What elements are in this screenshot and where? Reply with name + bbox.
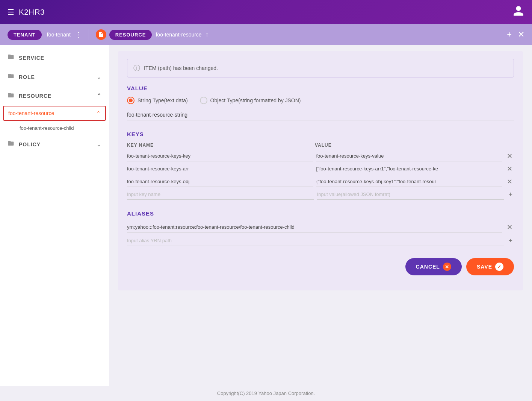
radio-object-circle <box>200 97 207 104</box>
separator <box>89 29 89 40</box>
radio-group: String Type(text data) Object Type(strin… <box>127 97 514 104</box>
aliases-section-title: ALIASES <box>127 210 514 217</box>
policy-folder-icon <box>8 140 14 149</box>
policy-label: POLICY <box>19 141 41 147</box>
info-message: ITEM (path) has been changed. <box>144 65 218 71</box>
keys-section-title: KEYS <box>127 131 514 137</box>
form-footer: CANCEL ✕ SAVE ✓ <box>127 258 514 283</box>
sidebar-item-service[interactable]: SERVICE <box>0 48 109 67</box>
selected-resource-item[interactable]: foo-tenant-resource ⌃ <box>3 106 106 121</box>
alias-row-new: + <box>127 235 514 246</box>
radio-string-label: String Type(text data) <box>138 97 188 103</box>
sidebar-item-role[interactable]: ROLE ⌄ <box>0 67 109 87</box>
key-field-3-value[interactable] <box>316 176 503 187</box>
hamburger-icon[interactable]: ☰ <box>8 8 14 17</box>
key-row-1-delete-button[interactable]: ✕ <box>505 152 514 160</box>
top-bar-left: ☰ K2HR3 <box>8 8 45 17</box>
key-row-new: + <box>127 189 514 200</box>
sub-bar: TENANT foo-tenant ⋮ RESOURCE foo-tenant-… <box>0 24 532 45</box>
key-row-add-button[interactable]: + <box>507 191 514 199</box>
value-section: VALUE String Type(text data) Object Type… <box>127 85 514 120</box>
alias-new-input[interactable] <box>127 235 504 246</box>
keys-section: KEYS KEY NAME VALUE ✕ ✕ <box>127 131 514 200</box>
radio-object-label: Object Type(string formatted by JSON) <box>210 97 301 103</box>
content-panel: ⓘ ITEM (path) has been changed. VALUE St… <box>118 51 523 290</box>
role-chevron-icon: ⌄ <box>97 74 101 80</box>
save-icon: ✓ <box>495 263 503 271</box>
key-field-3-name[interactable] <box>127 176 313 187</box>
resource-name: foo-tenant-resource <box>156 32 201 38</box>
navigate-up-button[interactable]: ↑ <box>206 31 209 38</box>
sidebar-item-resource[interactable]: RESOURCE ⌃ <box>0 87 109 105</box>
radio-string-option[interactable]: String Type(text data) <box>127 97 188 104</box>
policy-chevron-icon: ⌄ <box>97 141 101 147</box>
role-folder-icon <box>8 73 14 81</box>
sidebar-item-child[interactable]: foo-tenant-resource-child <box>0 122 109 135</box>
cancel-label: CANCEL <box>416 264 440 270</box>
resource-chevron-icon: ⌃ <box>97 92 101 99</box>
col-key-name: KEY NAME <box>127 143 315 148</box>
main-layout: SERVICE ROLE ⌄ RESOURCE ⌃ <box>0 45 532 386</box>
alias-row-1-delete-button[interactable]: ✕ <box>505 223 514 231</box>
save-button[interactable]: SAVE ✓ <box>466 258 514 275</box>
resource-icon <box>96 29 106 40</box>
resource-badge[interactable]: RESOURCE <box>109 30 152 40</box>
close-resource-button[interactable]: ✕ <box>518 30 524 39</box>
footer-text: Copyright(C) 2019 Yahoo Japan Corporatio… <box>217 390 315 396</box>
info-icon: ⓘ <box>133 64 140 73</box>
service-label: SERVICE <box>19 55 44 61</box>
account-icon[interactable] <box>512 8 524 19</box>
app-title: K2HR3 <box>19 8 45 17</box>
page-footer: Copyright(C) 2019 Yahoo Japan Corporatio… <box>0 386 532 401</box>
resource-sidebar-label: RESOURCE <box>19 93 51 99</box>
sidebar: SERVICE ROLE ⌄ RESOURCE ⌃ <box>0 45 109 386</box>
add-resource-button[interactable]: + <box>507 30 512 39</box>
child-item-label: foo-tenant-resource-child <box>20 125 74 131</box>
cancel-icon: ✕ <box>443 263 451 271</box>
value-section-title: VALUE <box>127 85 514 91</box>
key-row-2-delete-button[interactable]: ✕ <box>505 165 514 173</box>
radio-object-option[interactable]: Object Type(string formatted by JSON) <box>200 97 301 104</box>
alias-row-1: ✕ <box>127 222 514 232</box>
resource-label-wrap: RESOURCE <box>8 92 51 100</box>
selected-chevron-icon: ⌃ <box>96 110 101 116</box>
tenant-badge[interactable]: TENANT <box>8 30 42 40</box>
top-bar-right <box>512 5 524 20</box>
cancel-button[interactable]: CANCEL ✕ <box>405 258 462 275</box>
keys-header: KEY NAME VALUE <box>127 143 514 148</box>
resource-badge-wrap: RESOURCE <box>96 29 152 40</box>
tenant-name: foo-tenant <box>47 32 71 38</box>
key-field-1-name[interactable] <box>127 151 313 161</box>
selected-resource-label: foo-tenant-resource <box>8 110 54 116</box>
new-key-name-input[interactable] <box>127 189 314 200</box>
alias-add-button[interactable]: + <box>507 237 514 245</box>
sidebar-item-policy[interactable]: POLICY ⌄ <box>0 135 109 154</box>
new-key-value-input[interactable] <box>317 189 504 200</box>
aliases-section: ALIASES ✕ + <box>127 210 514 246</box>
radio-string-circle <box>127 97 135 104</box>
key-row-3-delete-button[interactable]: ✕ <box>505 178 514 186</box>
resource-folder-icon <box>8 92 14 100</box>
alias-field-1[interactable] <box>127 222 502 232</box>
service-folder-icon <box>8 53 14 62</box>
key-field-2-value[interactable] <box>316 164 503 174</box>
col-value-name: VALUE <box>315 143 503 148</box>
key-field-2-name[interactable] <box>127 164 313 174</box>
top-bar: ☰ K2HR3 <box>0 0 532 24</box>
key-row-1: ✕ <box>127 151 514 161</box>
sub-bar-actions: + ✕ <box>507 30 524 39</box>
key-field-1-value[interactable] <box>316 151 503 161</box>
content-area: ⓘ ITEM (path) has been changed. VALUE St… <box>109 45 532 386</box>
tenant-menu-button[interactable]: ⋮ <box>75 30 82 39</box>
key-row-3: ✕ <box>127 176 514 187</box>
key-row-2: ✕ <box>127 164 514 174</box>
info-bar: ⓘ ITEM (path) has been changed. <box>127 59 514 77</box>
role-label: ROLE <box>19 74 35 80</box>
save-label: SAVE <box>477 264 492 270</box>
value-string-input[interactable] <box>127 109 514 120</box>
